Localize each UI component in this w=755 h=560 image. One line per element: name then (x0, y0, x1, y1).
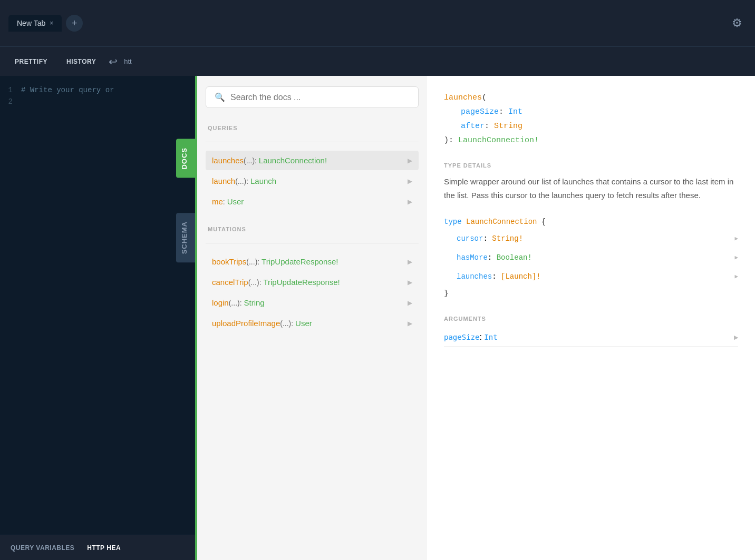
query-type-canceltrip: TripUpdateResponse! (263, 278, 340, 287)
query-item-launch[interactable]: launch(...): Launch ▶ (206, 171, 419, 191)
query-item-booktrips-text: bookTrips(...): TripUpdateResponse! (212, 257, 338, 266)
search-input[interactable] (230, 93, 410, 102)
type-close-brace: } (444, 286, 738, 301)
type-field-launches[interactable]: launches: [Launch]! ▶ (444, 267, 738, 286)
arg-row-pagesize[interactable]: pageSize: Int ▶ (444, 328, 738, 347)
line-number-2: 2 (0, 96, 13, 107)
sig-close-bracket: ): (444, 136, 458, 145)
query-item-login[interactable]: login(...): String ▶ (206, 293, 419, 312)
type-field-cursor[interactable]: cursor: String! ▶ (444, 229, 738, 248)
active-tab[interactable]: New Tab × (8, 15, 62, 32)
sig-param1-name: pageSize (461, 107, 499, 116)
query-args-launch: (...): (235, 177, 250, 185)
query-item-launches-text: launches(...): LaunchConnection! (212, 156, 327, 165)
type-block-name: LaunchConnection (466, 218, 537, 226)
code-line-1: 1 # Write your query or (0, 84, 191, 96)
query-item-booktrips[interactable]: bookTrips(...): TripUpdateResponse! ▶ (206, 252, 419, 271)
field-name-cursor: cursor (457, 234, 483, 243)
code-line-2: 2 (0, 96, 191, 107)
type-field-cursor-text: cursor: String! (457, 231, 523, 246)
tab-close-button[interactable]: × (50, 19, 53, 27)
type-close-brace-symbol: } (444, 289, 448, 298)
tab-bar: New Tab × + (8, 15, 747, 32)
sig-param1: pageSize: Int (444, 105, 738, 119)
queries-section-header: QUERIES (206, 121, 419, 137)
field-name-launches-nested: launches (457, 272, 492, 281)
code-area: 1 # Write your query or 2 (0, 76, 195, 116)
query-arrow-me: ▶ (408, 198, 412, 205)
prettify-button[interactable]: PRETTIFY (8, 55, 54, 68)
query-args-launches: (...): (244, 156, 259, 165)
gear-icon[interactable]: ⚙ (732, 16, 742, 30)
query-item-me[interactable]: me: User ▶ (206, 192, 419, 211)
url-display: htt (124, 57, 131, 65)
type-field-hasmore[interactable]: hasMore: Boolean! ▶ (444, 248, 738, 267)
query-type-login: String (244, 298, 264, 307)
query-type-launches: LaunchConnection! (259, 156, 327, 165)
field-type-launches: [Launch]! (501, 272, 541, 281)
type-field-hasmore-text: hasMore: Boolean! (457, 250, 532, 265)
type-block-declaration: type LaunchConnection { (444, 214, 738, 229)
tab-label: New Tab (17, 19, 45, 27)
http-headers-tab[interactable]: HTTP HEA (87, 544, 121, 552)
query-args-uploadprofileimage: (...): (280, 319, 295, 328)
sig-param2-name: after (461, 122, 485, 131)
field-colon-launches: : (492, 272, 501, 281)
type-details-header: TYPE DETAILS (444, 162, 738, 169)
field-arrow-launches: ▶ (734, 271, 738, 282)
query-type-launch: Launch (250, 176, 276, 185)
type-signature: launches( pageSize: Int after: String ):… (444, 91, 738, 148)
new-tab-button[interactable]: + (66, 15, 83, 32)
browser-chrome: New Tab × + ⚙ (0, 0, 755, 46)
query-args-canceltrip: (...): (248, 278, 264, 287)
query-arrow-uploadprofileimage: ▶ (408, 320, 412, 327)
toolbar: PRETTIFY HISTORY ↩ htt (0, 46, 755, 76)
schema-tab[interactable]: SCHEMA (176, 213, 195, 262)
query-args-me: : (223, 198, 227, 206)
query-type-booktrips: TripUpdateResponse! (262, 257, 338, 266)
arg-pagesize-text: pageSize: Int (444, 332, 498, 342)
code-editor[interactable]: 1 # Write your query or 2 DOCS SCHEMA QU… (0, 76, 195, 560)
query-name-canceltrip: cancelTrip (212, 278, 248, 287)
docs-tab[interactable]: DOCS (176, 139, 195, 178)
line-number-1: 1 (0, 84, 13, 96)
field-arrow-hasmore: ▶ (734, 252, 738, 263)
query-arrow-canceltrip: ▶ (408, 279, 412, 286)
field-colon-cursor: : (483, 234, 492, 243)
query-item-me-text: me: User (212, 197, 244, 206)
query-item-uploadprofileimage[interactable]: uploadProfileImage(...): User ▶ (206, 313, 419, 333)
main-content: 1 # Write your query or 2 DOCS SCHEMA QU… (0, 76, 755, 560)
docs-panel: 🔍 QUERIES launches(...): LaunchConnectio… (195, 76, 427, 560)
query-name-login: login (212, 298, 229, 307)
queries-divider (206, 142, 419, 142)
sig-param1-colon: : (499, 107, 508, 116)
bottom-bar: QUERY VARIABLES HTTP HEA (0, 535, 195, 560)
query-variables-tab[interactable]: QUERY VARIABLES (11, 544, 74, 552)
query-name-booktrips: bookTrips (212, 257, 246, 266)
query-args-booktrips: (...): (246, 258, 262, 266)
query-arrow-login: ▶ (408, 299, 412, 307)
query-arrow-launch: ▶ (408, 178, 412, 185)
search-box[interactable]: 🔍 (206, 86, 419, 108)
plus-icon: + (72, 18, 78, 29)
mutations-divider (206, 243, 419, 243)
query-item-launch-text: launch(...): Launch (212, 176, 276, 185)
query-item-uploadprofileimage-text: uploadProfileImage(...): User (212, 319, 312, 328)
query-item-launches[interactable]: launches(...): LaunchConnection! ▶ (206, 151, 419, 170)
arg-colon-pagesize: : (479, 332, 484, 341)
sig-param2-colon: : (485, 122, 494, 131)
sig-name: launches (444, 93, 482, 102)
query-item-canceltrip[interactable]: cancelTrip(...): TripUpdateResponse! ▶ (206, 272, 419, 292)
detail-panel: launches( pageSize: Int after: String ):… (427, 76, 755, 560)
query-type-me: User (227, 197, 244, 206)
type-details-description: Simple wrapper around our list of launch… (444, 175, 738, 202)
type-field-launches-text: launches: [Launch]! (457, 269, 541, 284)
sig-param1-type: Int (508, 107, 522, 116)
query-arrow-booktrips: ▶ (408, 258, 412, 266)
sig-open-bracket: ( (482, 93, 487, 102)
type-block: type LaunchConnection { cursor: String! … (444, 214, 738, 301)
history-button[interactable]: HISTORY (60, 55, 102, 68)
undo-icon[interactable]: ↩ (109, 55, 118, 68)
field-name-hasmore: hasMore (457, 253, 488, 262)
field-type-hasmore: Boolean! (497, 253, 532, 262)
